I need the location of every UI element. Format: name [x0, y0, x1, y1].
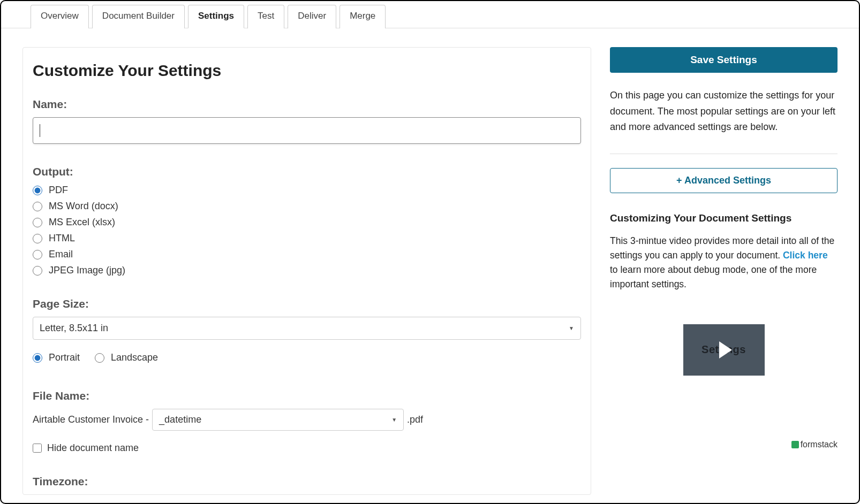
click-here-link[interactable]: Click here: [783, 250, 828, 261]
output-radio-docx[interactable]: [33, 202, 42, 211]
divider: [610, 154, 838, 154]
output-radio-pdf[interactable]: [33, 186, 42, 195]
tab-deliver[interactable]: Deliver: [288, 5, 336, 28]
hide-document-name-label[interactable]: Hide document name: [47, 442, 139, 454]
chevron-down-icon: ▼: [569, 325, 574, 331]
output-radio-group: PDF MS Word (docx) MS Excel (xlsx) HTML: [33, 185, 581, 276]
brand-badge: formstack: [791, 440, 838, 449]
name-label: Name:: [33, 98, 581, 111]
output-option-label[interactable]: PDF: [49, 185, 68, 196]
orientation-radio-portrait[interactable]: [33, 353, 42, 363]
formstack-icon: [791, 441, 799, 448]
name-input[interactable]: [33, 117, 581, 144]
video-thumbnail[interactable]: Settings: [683, 324, 765, 376]
orientation-radio-group: Portrait Landscape: [33, 347, 581, 368]
sidebar-intro: On this page you can customize the setti…: [610, 88, 838, 135]
file-name-suffix-select[interactable]: _datetime ▼: [152, 409, 404, 431]
chevron-down-icon: ▼: [391, 417, 397, 423]
page-size-value: Letter, 8.5x11 in: [40, 323, 108, 334]
page-title: Customize Your Settings: [33, 62, 581, 80]
file-name-prefix: Airtable Customer Invoice -: [33, 414, 149, 425]
page-size-select[interactable]: Letter, 8.5x11 in ▼: [33, 317, 581, 340]
tab-settings[interactable]: Settings: [188, 5, 244, 28]
help-text-part: to learn more about debug mode, one of t…: [610, 264, 817, 289]
advanced-settings-button[interactable]: + Advanced Settings: [610, 168, 838, 193]
orientation-option-label[interactable]: Portrait: [49, 352, 80, 363]
output-option-label[interactable]: JPEG Image (jpg): [49, 265, 125, 276]
tab-overview[interactable]: Overview: [31, 5, 89, 28]
brand-text: formstack: [801, 440, 838, 449]
output-option-label[interactable]: MS Excel (xlsx): [49, 217, 115, 228]
timezone-label: Timezone:: [33, 475, 581, 488]
file-name-extension: .pdf: [407, 414, 423, 425]
orientation-option-label[interactable]: Landscape: [111, 352, 158, 363]
output-radio-xlsx[interactable]: [33, 218, 42, 227]
save-settings-button[interactable]: Save Settings: [610, 47, 838, 73]
help-text: This 3-mintue video provides more detail…: [610, 234, 838, 292]
output-option-label[interactable]: Email: [49, 249, 73, 260]
file-name-suffix-value: _datetime: [159, 414, 201, 425]
tabs-bar: Overview Document Builder Settings Test …: [1, 1, 859, 28]
hide-document-name-checkbox[interactable]: [33, 444, 42, 453]
output-option-label[interactable]: HTML: [49, 233, 75, 244]
sidebar: Save Settings On this page you can custo…: [610, 47, 838, 495]
output-radio-jpg[interactable]: [33, 266, 42, 276]
tab-merge[interactable]: Merge: [340, 5, 386, 28]
orientation-radio-landscape[interactable]: [95, 353, 104, 363]
help-heading: Customizing Your Document Settings: [610, 212, 838, 224]
play-icon: [719, 341, 732, 358]
settings-panel: Customize Your Settings Name: Output: PD…: [22, 47, 591, 495]
file-name-label: File Name:: [33, 390, 581, 402]
tab-document-builder[interactable]: Document Builder: [92, 5, 185, 28]
output-radio-html[interactable]: [33, 234, 42, 243]
page-size-label: Page Size:: [33, 297, 581, 310]
output-radio-email[interactable]: [33, 250, 42, 259]
output-label: Output:: [33, 165, 581, 178]
output-option-label[interactable]: MS Word (docx): [49, 201, 118, 212]
tab-test[interactable]: Test: [247, 5, 284, 28]
